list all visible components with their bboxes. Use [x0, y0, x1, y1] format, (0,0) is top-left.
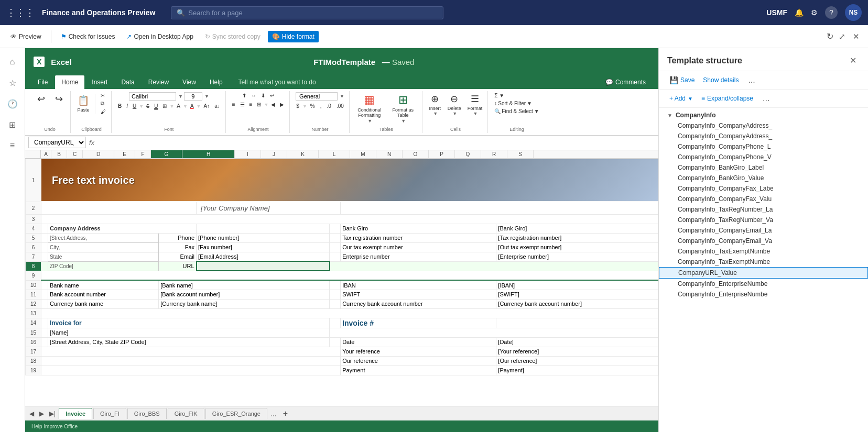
cell-11a[interactable]	[41, 290, 48, 299]
currency-bank-account-label[interactable]: Currency bank account number	[341, 299, 496, 308]
row-num-11[interactable]: 11	[26, 290, 41, 299]
row-num-1[interactable]: 1	[26, 159, 41, 202]
cell-19a[interactable]	[41, 365, 341, 375]
sheet-tab-more[interactable]: ...	[268, 408, 279, 419]
insert-dropdown[interactable]: ▼	[433, 111, 438, 116]
col-header-f[interactable]: F	[135, 150, 151, 158]
dollar-button[interactable]: $	[294, 103, 301, 109]
indent-dec-button[interactable]: ◀	[269, 101, 277, 108]
row-num-15[interactable]: 15	[26, 328, 41, 337]
format-table-dropdown[interactable]: ▼	[401, 118, 406, 124]
show-details-button[interactable]: Show details	[701, 75, 741, 85]
cell-8a[interactable]	[41, 261, 48, 271]
sheet-tab-giro-esr[interactable]: Giro_ESR_Orange	[205, 408, 267, 419]
street-address[interactable]: [Street Address,	[48, 233, 158, 242]
phone-value[interactable]: [Phone number]	[197, 233, 330, 242]
cell-5a[interactable]	[41, 233, 48, 242]
our-ref-value[interactable]: [Our reference]	[496, 356, 658, 365]
tax-exempt-label[interactable]: Our tax exempt number	[341, 242, 496, 252]
sheet-content[interactable]: A B C D E F G H I J K L M N O P Q	[25, 150, 658, 406]
tax-reg-value[interactable]: [Tax registration number]	[496, 233, 658, 242]
list-item[interactable]: CompanyInfo_CompanyEmail_Va	[659, 236, 868, 246]
cell-10a[interactable]	[41, 280, 48, 290]
align-top-button[interactable]: ⬆	[240, 92, 248, 99]
iban-label[interactable]: IBAN	[341, 280, 496, 290]
cell-16g[interactable]	[330, 337, 341, 347]
sheet-tab-invoice[interactable]: Invoice	[59, 408, 92, 419]
fill-color-button[interactable]: A	[175, 103, 182, 109]
row-num-4[interactable]: 4	[26, 224, 41, 233]
currency-bank-label[interactable]: Currency bank name	[48, 299, 158, 308]
add-button[interactable]: + Add ▼	[667, 94, 695, 103]
home-nav-icon[interactable]: ⌂	[3, 52, 22, 71]
list-item[interactable]: CompanyInfo_CompanyFax_Valu	[659, 194, 868, 204]
font-name-select[interactable]: Calibri	[129, 92, 176, 101]
redo-button[interactable]: ↪	[50, 92, 67, 107]
cell-12a[interactable]	[41, 299, 48, 308]
list-item[interactable]: CompanyInfo_EnterpriseNumbe	[659, 289, 868, 300]
state-field[interactable]: State	[48, 252, 158, 261]
format-painter-button[interactable]: 🖌	[99, 108, 108, 115]
underline-button[interactable]: U	[131, 103, 138, 109]
strikethrough-button[interactable]: S̶	[144, 103, 151, 109]
url-value-cell[interactable]	[197, 261, 330, 271]
address-value[interactable]: [Street Address, City, State ZIP Code]	[48, 337, 329, 347]
find-select-button[interactable]: 🔍 Find & Select ▼	[492, 108, 541, 115]
star-nav-icon[interactable]: ☆	[3, 73, 22, 92]
bank-account-value[interactable]: [Bank account number]	[159, 290, 330, 299]
cond-format-dropdown[interactable]: ▼	[367, 118, 372, 124]
format-table-button[interactable]: ⊞ Format as Table ▼	[387, 92, 419, 125]
align-middle-button[interactable]: ↔	[249, 92, 258, 99]
save-button[interactable]: 💾 Save	[667, 75, 697, 85]
cond-format-button[interactable]: ▦ Conditional Formatting ▼	[354, 92, 385, 125]
tab-nav-end[interactable]: ▶|	[47, 409, 58, 418]
list-item[interactable]: CompanyInfo_TaxRegNumber_Va	[659, 215, 868, 225]
sheet-tab-giro-fi[interactable]: Giro_FI	[93, 408, 126, 419]
col-header-e[interactable]: E	[114, 150, 135, 158]
delete-cell-button[interactable]: ⊖ Delete ▼	[446, 92, 463, 117]
copy-button[interactable]: ⧉	[99, 100, 108, 107]
your-ref-value[interactable]: [Your reference]	[496, 347, 658, 356]
email-label[interactable]: Email	[159, 252, 197, 261]
col-header-a[interactable]: A	[41, 150, 51, 158]
tree-item-companyinfo[interactable]: ▼ CompanyInfo	[659, 110, 868, 120]
list-item[interactable]: CompanyInfo_CompanyPhone_V	[659, 152, 868, 162]
cell-6a[interactable]	[41, 242, 48, 252]
payment-label[interactable]: Payment	[341, 365, 496, 375]
number-format-select[interactable]: General	[296, 92, 338, 101]
cell-17a[interactable]	[41, 347, 341, 356]
row-num-7[interactable]: 7	[26, 252, 41, 261]
col-header-o[interactable]: O	[403, 150, 429, 158]
col-header-g[interactable]: G	[151, 150, 182, 158]
tab-file[interactable]: File	[31, 75, 54, 89]
tab-nav-next[interactable]: ▶	[37, 409, 46, 418]
list-item[interactable]: CompanyInfo_CompanyEmail_La	[659, 225, 868, 236]
expand-collapse-button[interactable]: ≡ Expand/collapse	[699, 94, 755, 103]
font-color-button[interactable]: A	[188, 103, 196, 109]
undo-button[interactable]: ↩	[32, 92, 49, 107]
cell-4a[interactable]	[41, 224, 48, 233]
cell-8i[interactable]	[330, 261, 658, 271]
bold-button[interactable]: B	[116, 103, 124, 109]
zip-field[interactable]: ZIP Code]	[48, 261, 158, 271]
bank-giro-value[interactable]: [Bank Giro]	[496, 224, 658, 233]
panel-close-button[interactable]: ✕	[847, 54, 860, 67]
email-value[interactable]: [Email Address]	[197, 252, 330, 261]
check-issues-button[interactable]: ⚑ Check for issues	[57, 31, 120, 42]
row-num-8[interactable]: 8	[26, 261, 41, 271]
row-num-14[interactable]: 14	[26, 318, 41, 328]
panel-more-button[interactable]: ...	[745, 74, 758, 86]
indent-inc-button[interactable]: ▶	[278, 101, 286, 108]
number-format-dropdown[interactable]: ▼	[340, 94, 344, 99]
sync-button[interactable]: ↻ Sync stored copy	[201, 31, 265, 42]
inc-decimal-button[interactable]: .0	[325, 103, 333, 109]
url-label[interactable]: URL	[159, 261, 197, 271]
list-item[interactable]: CompanyInfo_CompanyAddress_	[659, 120, 868, 131]
merge-button[interactable]: ⊞	[255, 101, 263, 108]
list-item[interactable]: CompanyInfo_BankGiro_Label	[659, 162, 868, 173]
col-header-b[interactable]: B	[51, 150, 67, 158]
col-header-k[interactable]: K	[287, 150, 319, 158]
panel-more-button-2[interactable]: ...	[760, 93, 773, 104]
row-num-6[interactable]: 6	[26, 242, 41, 252]
list-item[interactable]: CompanyInfo_TaxRegNumber_La	[659, 204, 868, 215]
